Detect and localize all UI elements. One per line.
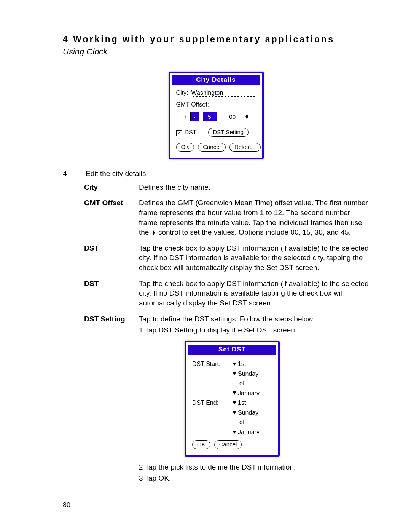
start-day-value: Sunday [238, 370, 258, 378]
term-dst-1: DST [84, 243, 130, 273]
body-dst-2: Tap the check box to apply DST informati… [139, 279, 369, 308]
ok-button[interactable]: OK [176, 143, 194, 152]
term-dst-2: DST [84, 279, 130, 308]
term-gmt-offset: GMT Offset [84, 198, 130, 237]
end-day-picker[interactable]: Sunday [233, 409, 274, 417]
dst-label: DST [185, 129, 197, 136]
dst-end-label: DST End: [192, 399, 230, 407]
gmt-offset-label: GMT Offset: [176, 101, 256, 108]
spinner-down-icon[interactable]: ▼ [245, 117, 249, 119]
end-month-picker[interactable]: January [233, 428, 274, 436]
header-rule [63, 60, 369, 60]
cancel-button[interactable]: Cancel [198, 143, 226, 152]
dropdown-icon [233, 391, 236, 395]
sign-toggle[interactable]: + - [182, 112, 199, 121]
page-number: 80 [63, 501, 70, 509]
dropdown-icon [233, 431, 236, 434]
inline-spinner-icon: ▲ ▼ [152, 230, 156, 235]
spinner-icon[interactable]: ▲ ▼ [245, 114, 249, 119]
step-text: Edit the city details. [86, 169, 148, 179]
substep-3: 3 Tap OK. [139, 473, 369, 483]
term-city: City [84, 182, 130, 192]
body-city: Defines the city name. [139, 182, 369, 192]
dst-start-label: DST Start: [192, 360, 230, 368]
body-dst-setting: Tap to define the DST settings. Follow t… [139, 314, 369, 483]
start-month-picker[interactable]: January [233, 389, 274, 398]
start-day-picker[interactable]: Sunday [233, 370, 274, 378]
chapter-title: 4 Working with your supplementary applic… [63, 34, 369, 45]
dialog-title-bar: City Details [172, 75, 260, 85]
minutes-box[interactable]: 00 [226, 112, 239, 121]
plus-button[interactable]: + [182, 112, 190, 121]
start-occurrence-picker[interactable]: 1st [233, 360, 274, 368]
substep-2: 2 Tap the pick lists to define the DST i… [139, 462, 369, 472]
dropdown-icon [233, 401, 236, 404]
city-details-dialog: City Details City: Washington GMT Offset… [169, 72, 264, 159]
city-input[interactable]: Washington [191, 89, 256, 97]
dropdown-icon [233, 372, 236, 375]
end-of-label: of [233, 418, 274, 427]
start-month-value: January [238, 389, 260, 398]
body-gmt-offset: Defines the GMT (Greenwich Mean Time) of… [139, 198, 369, 237]
set-dst-cancel-button[interactable]: Cancel [214, 440, 242, 449]
hours-box[interactable]: 5 [203, 112, 217, 121]
dropdown-icon [233, 363, 236, 366]
minus-button[interactable]: - [190, 112, 199, 121]
end-occurrence-picker[interactable]: 1st [233, 399, 274, 407]
delete-button[interactable]: Delete... [229, 143, 261, 152]
section-subtitle: Using Clock [63, 47, 369, 57]
dst-setting-button[interactable]: DST Setting [208, 128, 249, 137]
city-label: City: [176, 89, 188, 96]
set-dst-dialog: Set DST DST Start: 1st Sunday of [185, 341, 280, 457]
end-day-value: Sunday [238, 409, 258, 417]
start-of-label: of [233, 379, 274, 388]
start-occ-value: 1st [238, 360, 246, 368]
body-dst-1: Tap the check box to apply DST informati… [139, 243, 369, 273]
set-dst-title-bar: Set DST [188, 345, 276, 355]
substep-1: 1 Tap DST Setting to display the Set DST… [139, 325, 369, 335]
step-number: 4 [63, 169, 70, 179]
inline-spinner-down-icon: ▼ [152, 233, 156, 235]
end-month-value: January [238, 428, 260, 436]
dropdown-icon [233, 411, 236, 414]
dst-checkbox[interactable]: ✓ [176, 130, 182, 136]
end-occ-value: 1st [238, 399, 246, 407]
gmt-text-part2: control to set the values. Options inclu… [158, 228, 351, 236]
set-dst-ok-button[interactable]: OK [192, 440, 210, 449]
dst-setting-intro: Tap to define the DST settings. Follow t… [139, 314, 369, 324]
term-dst-setting: DST Setting [84, 314, 130, 483]
time-colon: : [220, 113, 222, 120]
